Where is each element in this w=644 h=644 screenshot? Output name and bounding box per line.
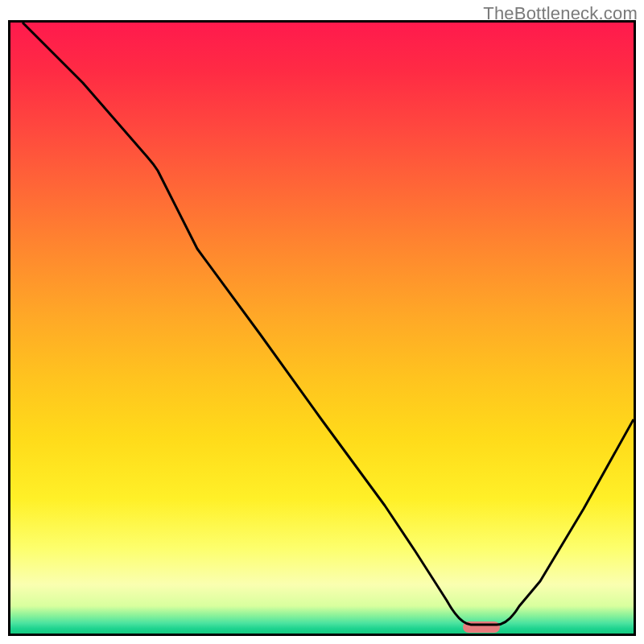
bottleneck-curve [23,23,634,625]
chart-frame [8,20,636,636]
plot-area [10,23,634,634]
curve-layer [10,23,634,634]
watermark-text: TheBottleneck.com [483,3,638,24]
